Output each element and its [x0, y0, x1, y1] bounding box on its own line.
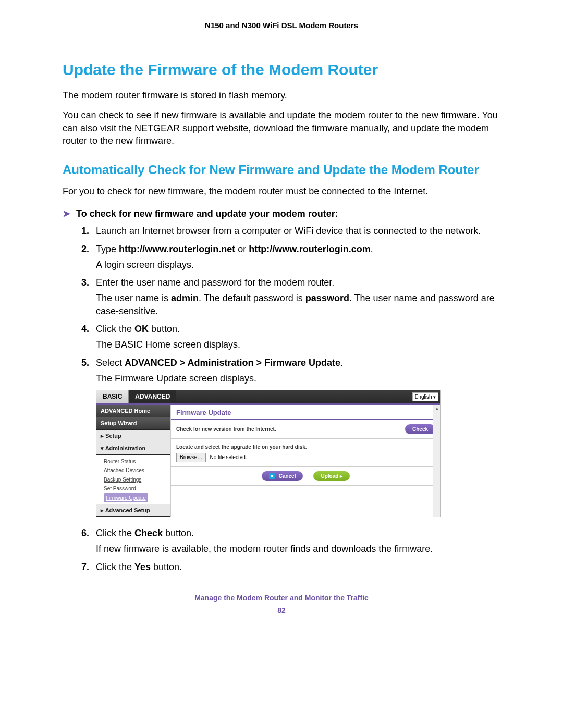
page-number: 82: [63, 606, 500, 614]
step-2-sub: A login screen displays.: [96, 258, 500, 271]
sidebar-item-advanced-setup[interactable]: ▸ Advanced Setup: [96, 504, 170, 517]
arrow-icon: ➤: [63, 208, 70, 219]
check-version-label: Check for new version from the Internet.: [176, 426, 276, 433]
scrollbar[interactable]: [433, 405, 440, 517]
page-title: Update the Firmware of the Modem Router: [63, 61, 500, 79]
step-1-text: Launch an Internet browser from a comput…: [96, 226, 481, 236]
step-3-sub: The user name is admin. The default pass…: [96, 292, 500, 317]
sidebar-item-router-status[interactable]: Router Status: [104, 457, 170, 466]
sidebar-item-setup[interactable]: ▸ Setup: [96, 430, 170, 442]
step-2: Type http://www.routerlogin.net or http:…: [81, 243, 500, 272]
sidebar-item-attached-devices[interactable]: Attached Devices: [104, 466, 170, 475]
tab-advanced[interactable]: ADVANCED: [129, 390, 176, 403]
sidebar-item-setup-wizard[interactable]: Setup Wizard: [96, 417, 170, 430]
document-header: N150 and N300 WiFi DSL Modem Routers: [63, 21, 500, 30]
step-1: Launch an Internet browser from a comput…: [81, 225, 500, 237]
step-6: Click the Check button. If new firmware …: [81, 527, 500, 556]
step-6-sub: If new firmware is available, the modem …: [96, 542, 500, 555]
language-select[interactable]: English: [412, 392, 438, 402]
step-5: Select ADVANCED > Administration > Firmw…: [81, 356, 500, 518]
sidebar-item-advanced-home[interactable]: ADVANCED Home: [96, 405, 170, 417]
sidebar-item-administration[interactable]: ▾ Administration: [96, 442, 170, 455]
procedure-lead-text: To check for new firmware and update you…: [76, 208, 338, 219]
step-4: Click the OK button. The BASIC Home scre…: [81, 323, 500, 351]
router-ui-screenshot: BASIC ADVANCED English ADVANCED Home Set…: [96, 390, 441, 517]
step-2-text: Type http://www.routerlogin.net or http:…: [96, 244, 373, 254]
step-6-text: Click the Check button.: [96, 528, 194, 538]
no-file-text: No file selected.: [210, 454, 247, 460]
browse-button[interactable]: Browse…: [176, 453, 206, 462]
sidebar: ADVANCED Home Setup Wizard ▸ Setup ▾ Adm…: [96, 405, 171, 517]
step-3-text: Enter the user name and password for the…: [96, 277, 334, 288]
sidebar-item-firmware-update[interactable]: Firmware Update: [104, 493, 148, 503]
step-5-sub: The Firmware Update screen displays.: [96, 372, 500, 385]
footer-text: Manage the Modem Router and Monitor the …: [63, 594, 500, 602]
check-button[interactable]: Check: [405, 424, 435, 435]
step-7: Click the Yes button.: [81, 561, 500, 573]
panel-title: Firmware Update: [171, 405, 440, 420]
footer-rule: [63, 589, 500, 589]
sidebar-item-set-password[interactable]: Set Password: [104, 484, 170, 493]
step-4-sub: The BASIC Home screen displays.: [96, 338, 500, 351]
sidebar-item-backup-settings[interactable]: Backup Settings: [104, 475, 170, 485]
section-title: Automatically Check for New Firmware and…: [63, 163, 500, 178]
tab-basic[interactable]: BASIC: [96, 390, 129, 403]
step-3: Enter the user name and password for the…: [81, 276, 500, 317]
locate-file-label: Locate and select the upgrade file on yo…: [176, 444, 307, 450]
intro-paragraph-1: The modem router firmware is stored in f…: [63, 89, 500, 102]
step-7-text: Click the Yes button.: [96, 562, 182, 572]
close-icon: ✕: [269, 473, 275, 479]
upload-button[interactable]: Upload ▸: [313, 471, 350, 482]
step-4-text: Click the OK button.: [96, 324, 180, 334]
intro-paragraph-2: You can check to see if new firmware is …: [63, 109, 500, 147]
step-5-text: Select ADVANCED > Administration > Firmw…: [96, 357, 343, 368]
procedure-lead: ➤ To check for new firmware and update y…: [63, 208, 500, 219]
cancel-button[interactable]: ✕ Cancel: [262, 471, 303, 482]
section-intro: For you to check for new firmware, the m…: [63, 185, 500, 198]
